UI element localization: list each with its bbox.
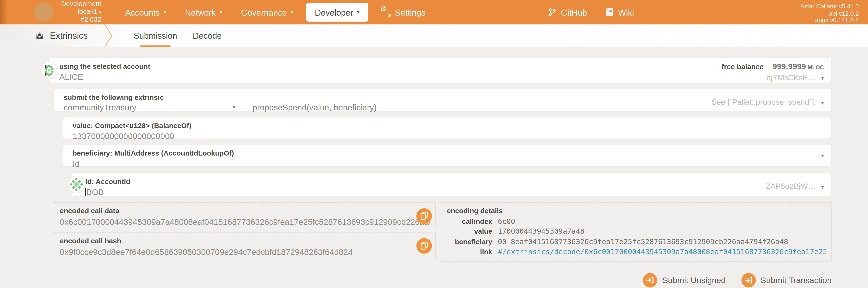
wiki-link[interactable]: Wiki: [606, 7, 634, 17]
tab-decode[interactable]: Decode: [185, 25, 229, 47]
nav-settings[interactable]: ⚙⚙ Settings: [372, 0, 435, 25]
apps-version: apps v0.141.2-2: [800, 17, 859, 24]
method-select[interactable]: proposeSpend(value, beneficiary): [252, 102, 377, 112]
param-id-label: Id: AccountId: [85, 177, 821, 186]
free-balance-unit: MLOC: [808, 64, 824, 70]
param-value-input[interactable]: 1337000000000000000000: [72, 131, 821, 140]
param-value-label: value: Compact<u128> (BalanceOf): [72, 121, 821, 130]
external-links: GitHub Wiki: [548, 0, 634, 25]
nav-developer[interactable]: Developer▾: [306, 3, 368, 22]
copy-call-hash-button[interactable]: [416, 238, 432, 254]
chevron-down-icon[interactable]: ▾: [821, 153, 824, 159]
encoded-outputs: encoded call data 0x6c00170000443945309a…: [54, 202, 832, 262]
chain-info[interactable]: Development local/1▾ #2,032: [34, 1, 101, 24]
chevron-down-icon[interactable]: ▾: [821, 100, 824, 106]
selected-account-name: ALICE: [59, 72, 821, 82]
envelope-icon: [35, 31, 44, 40]
screenshot-viewport: Development local/1▾ #2,032 Accounts▾ Ne…: [0, 0, 868, 288]
bob-identicon[interactable]: [68, 176, 85, 193]
encoded-outputs-left: encoded call data 0x6c00170000443945309a…: [54, 202, 436, 262]
param-id-row: Id: AccountId BOB ZAP5o2BjW…▾: [71, 172, 832, 197]
encoding-details-box: encoding details callindex 6c00 value 17…: [441, 202, 832, 262]
extrinsic-selects: communityTreasury ▾ proposeSpend(value, …: [64, 102, 821, 112]
param-beneficiary-label: beneficiary: MultiAddress (AccountIdLook…: [72, 149, 821, 157]
copy-icon: [421, 212, 428, 220]
chain-name: Development: [58, 1, 101, 8]
decode-link[interactable]: #/extrinsics/decode/0x6c0017000044394530…: [498, 247, 826, 257]
tab-bar: Extrinsics Submission Decode: [0, 25, 868, 47]
account-selector-label: using the selected account: [59, 62, 821, 70]
section-title: Extrinsics: [50, 31, 88, 41]
balance-block: free balance999.9999MLOC ajYMsCKsE…▾: [721, 62, 824, 82]
nav-accounts[interactable]: Accounts▾: [116, 0, 176, 25]
account-selector-row[interactable]: using the selected account ALICE free ba…: [49, 57, 832, 83]
nav-governance[interactable]: Governance▾: [231, 0, 303, 25]
chain-logo-avatar[interactable]: [34, 3, 53, 22]
account-address-short: ajYMsCKsE…: [767, 73, 816, 82]
encoding-row-link: link #/extrinsics/decode/0x6c00170000443…: [447, 247, 826, 257]
id-address-short: ZAP5o2BjW…: [766, 182, 815, 191]
method-docs: See [`Pallet::propose_spend`].▾: [712, 97, 824, 106]
encoded-call-data-value: 0x6c00170000443945309a7a48008eaf04151687…: [60, 217, 430, 226]
book-icon: [606, 8, 614, 17]
extrinsic-selector-row: submit the following extrinsic community…: [53, 89, 832, 111]
encoded-call-data-label: encoded call data: [60, 206, 430, 215]
chevron-down-icon[interactable]: ▾: [233, 104, 253, 110]
tab-submission[interactable]: Submission: [126, 25, 185, 47]
encoded-call-hash-value: 0x9f0cce9c3d8ee7f64e0d658639050300709e29…: [60, 247, 430, 256]
id-address-line: ZAP5o2BjW…▾: [766, 182, 824, 191]
chevron-down-icon: ▾: [220, 9, 222, 15]
account-address-line: ajYMsCKsE…▾: [721, 73, 824, 82]
main-nav: Accounts▾ Network▾ Governance▾ Developer…: [116, 0, 435, 25]
param-value-row: value: Compact<u128> (BalanceOf) 1337000…: [62, 117, 832, 139]
chevron-down-icon: ▾: [357, 9, 360, 15]
chevron-down-icon: ▾: [291, 9, 293, 15]
copy-call-data-button[interactable]: [416, 208, 432, 224]
encoding-details-title: encoding details: [447, 206, 826, 215]
nav-network[interactable]: Network▾: [176, 0, 231, 25]
alice-identicon[interactable]: [41, 62, 58, 78]
encoding-row-callindex: callindex 6c00: [447, 217, 826, 227]
version-info: Astar Collator v5.41.0 api v12.0.2 apps …: [800, 3, 859, 24]
chain-node: local/1▾: [58, 8, 101, 16]
gear-icon: ⚙⚙: [381, 7, 391, 17]
encoding-row-value: value 170000443945309a7a48: [447, 227, 826, 237]
chevron-down-icon: ▾: [164, 9, 166, 15]
chevron-down-icon[interactable]: ▾: [821, 75, 824, 82]
polkadot-apps-ui: Development local/1▾ #2,032 Accounts▾ Ne…: [0, 0, 868, 288]
param-id-input[interactable]: BOB: [85, 187, 821, 197]
chain-text: Development local/1▾ #2,032: [58, 1, 101, 24]
extrinsic-selector-label: submit the following extrinsic: [64, 93, 821, 101]
sign-in-icon: [741, 273, 755, 287]
free-balance-value: 999.9999: [772, 62, 806, 71]
pallet-select[interactable]: communityTreasury: [64, 102, 232, 112]
node-version: Astar Collator v5.41.0: [800, 3, 859, 10]
top-header: Development local/1▾ #2,032 Accounts▾ Ne…: [0, 0, 868, 25]
free-balance-label: free balance: [721, 63, 764, 71]
chevron-down-icon[interactable]: ▾: [821, 184, 824, 190]
encoded-call-hash-box: encoded call hash 0x9f0cce9c3d8ee7f64e0d…: [54, 232, 436, 259]
submit-unsigned-button[interactable]: Submit Unsigned: [643, 273, 725, 287]
param-beneficiary-type-select[interactable]: Id: [72, 159, 821, 168]
extrinsics-submission-page: using the selected account ALICE free ba…: [0, 57, 868, 287]
param-beneficiary-row: beneficiary: MultiAddress (AccountIdLook…: [62, 145, 832, 167]
api-version: api v12.0.2: [800, 10, 859, 17]
section-heading: Extrinsics: [35, 25, 88, 47]
encoded-call-hash-label: encoded call hash: [60, 236, 430, 245]
submit-actions: Submit Unsigned Submit Transaction: [0, 273, 832, 287]
text-cursor: [85, 188, 86, 196]
encoded-call-data-box: encoded call data 0x6c00170000443945309a…: [54, 202, 436, 229]
section-divider: [104, 25, 113, 47]
chevron-down-icon: ▾: [99, 10, 101, 15]
chain-block-number: #2,032: [58, 16, 101, 24]
copy-icon: [421, 242, 428, 250]
encoding-row-beneficiary: beneficiary 00 8eaf04151687736326c9fea17…: [447, 237, 826, 247]
free-balance-line: free balance999.9999MLOC: [721, 62, 824, 71]
git-branch-icon: [548, 8, 557, 17]
submit-transaction-button[interactable]: Submit Transaction: [741, 273, 832, 287]
github-link[interactable]: GitHub: [548, 7, 587, 17]
sign-in-icon: [643, 273, 657, 287]
